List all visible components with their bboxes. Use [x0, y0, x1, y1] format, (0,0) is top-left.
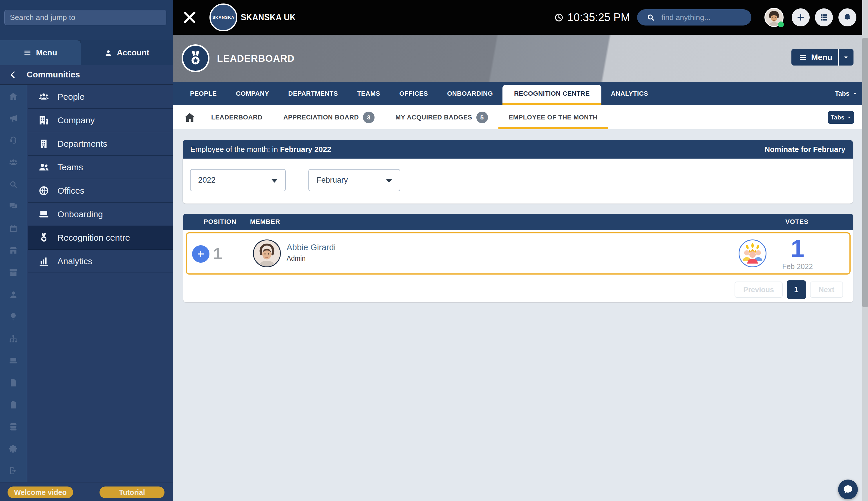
sidebar-item-departments[interactable]: Departments: [28, 132, 173, 156]
chevron-left-icon[interactable]: [9, 71, 18, 79]
tab-people[interactable]: PEOPLE: [180, 82, 226, 105]
caret-down-icon: [847, 115, 851, 120]
rail-item-orgchart[interactable]: [0, 328, 27, 350]
sidebar-item-company[interactable]: Company: [28, 109, 173, 132]
tab-company[interactable]: COMPANY: [226, 82, 279, 105]
main-tab-bar: PEOPLE COMPANY DEPARTMENTS TEAMS OFFICES…: [173, 82, 868, 105]
sidebar-item-recognition-centre[interactable]: Recognition centre: [28, 226, 173, 249]
tutorial-button[interactable]: Tutorial: [100, 487, 165, 498]
add-button[interactable]: [792, 8, 810, 26]
tab-analytics[interactable]: ANALYTICS: [602, 82, 658, 105]
sub-tabs-dropdown-label: Tabs: [830, 114, 844, 121]
chat-widget-button[interactable]: [838, 480, 858, 499]
apps-grid-button[interactable]: [815, 8, 833, 26]
rail-item-support[interactable]: [0, 129, 27, 151]
clock-icon: [554, 13, 564, 22]
subtab-employee-of-the-month[interactable]: EMPLOYEE OF THE MONTH: [499, 105, 608, 129]
sidebar-search-area: [0, 0, 173, 40]
rail-item-archive[interactable]: [0, 262, 27, 284]
grid-icon: [819, 13, 828, 22]
caret-down-icon[interactable]: [843, 54, 849, 61]
subtab-home[interactable]: [179, 105, 201, 129]
subtab-leaderboard[interactable]: LEADERBOARD: [201, 105, 273, 129]
header-menu-button[interactable]: Menu: [792, 49, 854, 65]
tab-offices[interactable]: OFFICES: [390, 82, 438, 105]
chart-icon: [38, 256, 49, 267]
sidebar-item-label: Offices: [57, 186, 84, 196]
laptop-icon: [9, 356, 18, 365]
table-header: POSITION MEMBER VOTES: [184, 214, 853, 230]
page-scrollbar[interactable]: [862, 0, 868, 501]
notifications-button[interactable]: [838, 8, 856, 26]
rail-item-documents[interactable]: [0, 372, 27, 394]
caret-down-icon: [386, 179, 392, 183]
sidebar-tab-menu[interactable]: Menu: [0, 40, 81, 65]
employee-of-month-card: Employee of the month: in February 2022 …: [183, 140, 853, 204]
rail-item-home[interactable]: [0, 85, 27, 107]
main-tabs-dropdown[interactable]: Tabs: [825, 82, 868, 105]
page-header: LEADERBOARD Menu: [173, 35, 868, 82]
sidebar-item-teams[interactable]: Teams: [28, 156, 173, 179]
subtab-label: LEADERBOARD: [211, 114, 263, 121]
rail-item-logout[interactable]: [0, 460, 27, 482]
avatar-woman-illustration: [254, 241, 280, 266]
subtab-label: MY ACQUIRED BADGES: [395, 114, 472, 121]
column-header-member: MEMBER: [250, 214, 280, 230]
rail-item-elearning[interactable]: [0, 350, 27, 372]
store-icon: [9, 246, 18, 255]
headset-icon: [9, 136, 18, 145]
sidebar-item-offices[interactable]: Offices: [28, 179, 173, 203]
rail-item-search[interactable]: [0, 173, 27, 195]
year-select[interactable]: 2022: [190, 169, 286, 191]
previous-page-button[interactable]: Previous: [734, 281, 783, 298]
search-icon[interactable]: [646, 13, 655, 22]
scrollbar-thumb[interactable]: [862, 38, 868, 307]
pagination: Previous 1 Next: [184, 277, 853, 302]
hamburger-icon: [799, 53, 807, 62]
rail-item-announcements[interactable]: [0, 107, 27, 129]
tab-onboarding[interactable]: ONBOARDING: [438, 82, 502, 105]
next-page-button[interactable]: Next: [810, 281, 843, 298]
expand-row-button[interactable]: [192, 245, 209, 263]
company-logo[interactable]: SKANSKA: [209, 3, 237, 31]
rail-item-ideas[interactable]: [0, 306, 27, 328]
chat-bubble-icon: [843, 484, 853, 494]
global-search-input[interactable]: [661, 9, 759, 25]
count-badge: 5: [477, 111, 488, 123]
nominate-link[interactable]: Nominate for February: [764, 145, 845, 154]
subtab-my-acquired-badges[interactable]: MY ACQUIRED BADGES 5: [385, 105, 498, 129]
sidebar-item-onboarding[interactable]: Onboarding: [28, 203, 173, 226]
subtab-appreciation-board[interactable]: APPRECIATION BOARD 3: [273, 105, 385, 129]
sidebar-icon-rail: [0, 85, 27, 482]
rail-item-communities[interactable]: [0, 151, 27, 173]
sidebar-item-label: Company: [57, 115, 95, 125]
year-select-value: 2022: [198, 176, 216, 185]
member-name-link[interactable]: Abbie Girardi: [286, 243, 336, 252]
rail-item-calendar[interactable]: [0, 217, 27, 239]
clipboard-icon: [9, 400, 18, 409]
rail-item-forms[interactable]: [0, 394, 27, 416]
tab-teams[interactable]: TEAMS: [347, 82, 390, 105]
sidebar-tab-account[interactable]: Account: [81, 40, 173, 65]
tab-departments[interactable]: DEPARTMENTS: [279, 82, 347, 105]
rail-item-data[interactable]: [0, 416, 27, 438]
sidebar-item-people[interactable]: People: [28, 85, 173, 109]
member-avatar[interactable]: [253, 239, 281, 267]
welcome-video-button[interactable]: Welcome video: [8, 487, 73, 498]
rail-item-profile[interactable]: [0, 284, 27, 306]
rail-item-messages[interactable]: [0, 195, 27, 217]
sub-tab-bar: LEADERBOARD APPRECIATION BOARD 3 MY ACQU…: [173, 105, 868, 129]
sidebar-search-input[interactable]: [4, 10, 166, 25]
sub-tabs-dropdown[interactable]: Tabs: [828, 111, 854, 124]
month-select[interactable]: February: [308, 169, 400, 191]
table-row[interactable]: 1 Abbie Girardi Admin: [186, 232, 850, 275]
sidebar: Menu Account Communities: [0, 0, 173, 501]
tab-recognition-centre[interactable]: RECOGNITION CENTRE: [502, 85, 602, 105]
people-icon: [38, 91, 49, 102]
current-page-button[interactable]: 1: [787, 280, 806, 299]
close-icon[interactable]: [183, 10, 197, 24]
sidebar-item-analytics[interactable]: Analytics: [28, 249, 173, 273]
sidebar-item-label: Recognition centre: [57, 233, 130, 243]
rail-item-store[interactable]: [0, 239, 27, 262]
rail-item-settings[interactable]: [0, 438, 27, 460]
